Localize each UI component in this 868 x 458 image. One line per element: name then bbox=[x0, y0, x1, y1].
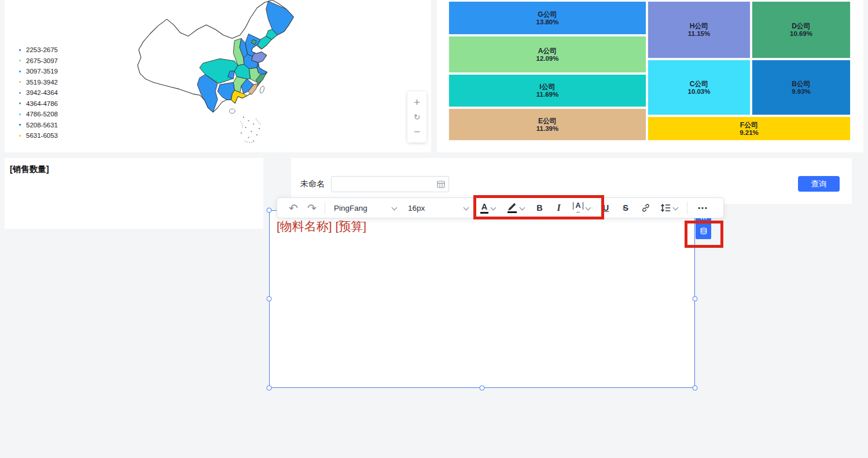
island-taiwan bbox=[259, 86, 265, 94]
treemap-percent: 11.39% bbox=[536, 125, 558, 133]
query-field-label: 未命名 bbox=[300, 179, 325, 189]
letter-spacing-button[interactable]: A ↔ bbox=[568, 199, 596, 217]
legend-item[interactable]: 5631-6053 bbox=[19, 130, 58, 141]
sales-quantity-title: [销售数量] bbox=[10, 164, 49, 175]
zoom-reset-icon[interactable]: ↻ bbox=[414, 113, 421, 121]
legend-item[interactable]: 4786-5208 bbox=[19, 109, 58, 120]
font-family-dropdown[interactable]: PingFang bbox=[329, 199, 403, 217]
link-button[interactable] bbox=[635, 199, 656, 217]
query-button[interactable]: 查询 bbox=[798, 176, 840, 192]
treemap-label: H公司 bbox=[690, 22, 709, 30]
map-sea-dots bbox=[241, 117, 260, 142]
underline-icon: U bbox=[603, 203, 609, 212]
legend-dot bbox=[19, 81, 21, 83]
treemap-label: C公司 bbox=[690, 80, 709, 88]
treemap-percent: 10.69% bbox=[790, 30, 812, 38]
font-family-value: PingFang bbox=[334, 204, 367, 212]
treemap-block-D公司[interactable]: D公司10.69% bbox=[752, 1, 851, 58]
resize-handle-e[interactable] bbox=[693, 296, 698, 302]
sales-quantity-panel: [销售数量] bbox=[5, 158, 263, 229]
map-legend: 2253-26752675-30973097-35193519-39423942… bbox=[19, 45, 58, 141]
redo-button[interactable]: ↷ bbox=[303, 199, 321, 217]
legend-label: 2675-3097 bbox=[26, 57, 58, 64]
legend-label: 3942-4364 bbox=[26, 89, 58, 96]
dashboard-page: 2253-26752675-30973097-35193519-39423942… bbox=[0, 0, 868, 458]
treemap-block-G公司[interactable]: G公司13.80% bbox=[448, 1, 646, 35]
line-height-button[interactable] bbox=[656, 199, 683, 217]
more-options-button[interactable]: ••• bbox=[691, 199, 715, 217]
treemap-block-C公司[interactable]: C公司10.03% bbox=[648, 60, 751, 115]
resize-handle-sw[interactable] bbox=[267, 386, 272, 391]
map-zoom-controls: + ↻ − bbox=[407, 91, 426, 142]
link-icon bbox=[641, 203, 650, 212]
legend-item[interactable]: 3097-3519 bbox=[19, 66, 58, 77]
letter-spacing-icon: A ↔ bbox=[573, 202, 583, 214]
legend-item[interactable]: 4364-4786 bbox=[19, 98, 58, 109]
richtext-toolbar: ↶ ↷ PingFang 16px A bbox=[277, 197, 724, 218]
treemap-block-H公司[interactable]: H公司11.15% bbox=[648, 1, 751, 58]
font-color-button[interactable]: A bbox=[475, 199, 502, 217]
treemap-label: G公司 bbox=[538, 10, 557, 19]
legend-dot bbox=[19, 102, 21, 104]
highlighter-icon bbox=[507, 203, 517, 213]
undo-button[interactable]: ↶ bbox=[284, 199, 303, 217]
font-size-dropdown[interactable]: 16px bbox=[403, 199, 475, 217]
chevron-down-icon bbox=[491, 205, 496, 211]
resize-handle-s[interactable] bbox=[480, 386, 485, 391]
legend-label: 2253-2675 bbox=[26, 46, 58, 53]
treemap-label: I公司 bbox=[539, 83, 555, 91]
treemap-block-F公司[interactable]: F公司9.21% bbox=[648, 116, 851, 141]
china-map[interactable] bbox=[133, 0, 302, 152]
zoom-out-icon[interactable]: − bbox=[414, 126, 420, 137]
treemap-label: E公司 bbox=[538, 117, 557, 125]
legend-label: 4786-5208 bbox=[26, 111, 58, 118]
query-input[interactable] bbox=[331, 176, 449, 192]
resize-handle-w[interactable] bbox=[267, 296, 272, 302]
treemap-block-E公司[interactable]: E公司11.39% bbox=[448, 108, 646, 141]
treemap-block-I公司[interactable]: I公司11.69% bbox=[448, 74, 646, 107]
resize-handle-se[interactable] bbox=[693, 386, 698, 391]
legend-item[interactable]: 2675-3097 bbox=[19, 56, 58, 67]
highlight-color-button[interactable] bbox=[502, 199, 530, 217]
legend-dot bbox=[19, 124, 21, 126]
treemap-chart-panel: G公司13.80%A公司12.09%I公司11.69%E公司11.39%H公司1… bbox=[437, 0, 863, 152]
bold-icon: B bbox=[536, 203, 542, 212]
richtext-box[interactable]: [物料名称] [预算] bbox=[269, 210, 695, 388]
font-size-value: 16px bbox=[408, 204, 425, 212]
legend-dot bbox=[19, 113, 21, 115]
underline-button[interactable]: U bbox=[596, 199, 616, 217]
treemap-percent: 13.80% bbox=[536, 19, 558, 26]
query-field-row: 未命名 bbox=[300, 175, 449, 193]
toolbar-separator bbox=[325, 201, 325, 214]
italic-button[interactable]: I bbox=[549, 199, 568, 217]
font-color-icon: A bbox=[480, 203, 488, 214]
legend-item[interactable]: 2253-2675 bbox=[19, 45, 58, 56]
treemap-percent: 9.21% bbox=[740, 129, 759, 137]
zoom-in-icon[interactable]: + bbox=[414, 97, 420, 108]
treemap-label: D公司 bbox=[792, 22, 811, 30]
legend-dot bbox=[19, 135, 21, 137]
bold-button[interactable]: B bbox=[530, 199, 549, 217]
chevron-down-icon bbox=[586, 205, 591, 211]
strikethrough-icon: S bbox=[623, 203, 628, 212]
data-source-button[interactable] bbox=[696, 224, 711, 239]
treemap-label: B公司 bbox=[792, 80, 811, 88]
legend-item[interactable]: 3519-3942 bbox=[19, 77, 58, 88]
legend-label: 3519-3942 bbox=[26, 79, 58, 86]
chevron-down-icon bbox=[673, 205, 679, 211]
resize-handle-nw[interactable] bbox=[267, 208, 272, 213]
legend-item[interactable]: 3942-4364 bbox=[19, 87, 58, 98]
strikethrough-button[interactable]: S bbox=[616, 199, 635, 217]
treemap-percent: 11.15% bbox=[688, 30, 710, 38]
treemap-block-A公司[interactable]: A公司12.09% bbox=[448, 36, 646, 73]
line-height-icon bbox=[660, 203, 671, 212]
calendar-icon[interactable] bbox=[437, 180, 445, 188]
legend-item[interactable]: 5208-5631 bbox=[19, 120, 58, 131]
map-chart-panel: 2253-26752675-30973097-35193519-39423942… bbox=[5, 0, 431, 152]
database-icon bbox=[699, 227, 708, 236]
legend-dot bbox=[19, 49, 21, 51]
legend-label: 5208-5631 bbox=[26, 122, 58, 129]
treemap-block-B公司[interactable]: B公司9.93% bbox=[752, 60, 851, 115]
toolbar-separator bbox=[687, 201, 687, 214]
legend-label: 3097-3519 bbox=[26, 68, 58, 75]
